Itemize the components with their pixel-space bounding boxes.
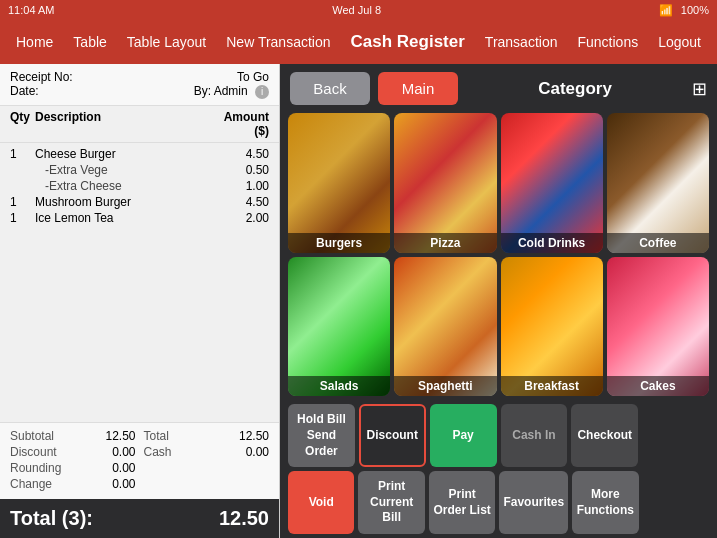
item-qty xyxy=(10,179,35,193)
category-burgers[interactable]: Burgers xyxy=(288,113,390,253)
item-amount: 4.50 xyxy=(209,195,269,209)
grand-total-label: Total (3): xyxy=(10,507,93,530)
discount-button[interactable]: Discount xyxy=(359,404,426,467)
nav-title: Cash Register xyxy=(343,32,473,52)
receipt-header: Receipt No: To Go Date: By: Admin i xyxy=(0,64,279,106)
category-cakes[interactable]: Cakes xyxy=(607,257,709,397)
more-functions-button[interactable]: More Functions xyxy=(572,471,638,534)
receipt-column-headers: Qty Description Amount ($) xyxy=(0,106,279,143)
pay-button[interactable]: Pay xyxy=(430,404,497,467)
receipt-totals: Subtotal12.50 Discount0.00 Rounding0.00 … xyxy=(0,422,279,499)
receipt-item[interactable]: 1 Mushroom Burger 4.50 xyxy=(10,195,269,209)
status-time: 11:04 AM xyxy=(8,4,54,16)
col-amt-header: Amount ($) xyxy=(209,110,269,138)
right-panel: Back Main Category ⊞ Burgers Pizza Cold … xyxy=(280,64,717,538)
item-qty: 1 xyxy=(10,195,35,209)
category-label: Salads xyxy=(288,376,390,396)
item-amount: 4.50 xyxy=(209,147,269,161)
item-desc: Mushroom Burger xyxy=(35,195,209,209)
nav-logout[interactable]: Logout xyxy=(650,30,709,54)
action-bar-bottom: VoidPrint Current BillPrint Order ListFa… xyxy=(280,469,717,538)
item-qty xyxy=(10,163,35,177)
nav-home[interactable]: Home xyxy=(8,30,61,54)
receipt-no-label: Receipt No: xyxy=(10,70,73,84)
right-top-controls: Back Main Category ⊞ xyxy=(280,64,717,113)
grand-total-value: 12.50 xyxy=(219,507,269,530)
void-button[interactable]: Void xyxy=(288,471,354,534)
item-desc: -Extra Cheese xyxy=(35,179,209,193)
nav-functions[interactable]: Functions xyxy=(569,30,646,54)
category-label: Cold Drinks xyxy=(501,233,603,253)
rounding-label: Rounding xyxy=(10,461,61,475)
favourites-button[interactable]: Favourites xyxy=(499,471,568,534)
info-icon[interactable]: i xyxy=(255,85,269,99)
category-grid: Burgers Pizza Cold Drinks Coffee Salads … xyxy=(280,113,717,400)
col-desc-header: Description xyxy=(35,110,209,138)
grand-total-section: Total (3): 12.50 xyxy=(0,499,279,538)
category-salads[interactable]: Salads xyxy=(288,257,390,397)
back-button[interactable]: Back xyxy=(290,72,370,105)
category-label: Breakfast xyxy=(501,376,603,396)
nav-table-layout[interactable]: Table Layout xyxy=(119,30,214,54)
nav-new-transaction[interactable]: New Transaction xyxy=(218,30,338,54)
cash-label: Cash xyxy=(144,445,172,459)
subtotal-label: Subtotal xyxy=(10,429,54,443)
item-amount: 1.00 xyxy=(209,179,269,193)
wifi-icon: 📶 xyxy=(659,4,673,17)
nav-transaction[interactable]: Transaction xyxy=(477,30,566,54)
category-breakfast[interactable]: Breakfast xyxy=(501,257,603,397)
rounding-value: 0.00 xyxy=(112,461,135,475)
action-bar-top: Hold BillSend OrderDiscountPayCash InChe… xyxy=(280,400,717,469)
main-button[interactable]: Main xyxy=(378,72,458,105)
change-label: Change xyxy=(10,477,52,491)
item-qty: 1 xyxy=(10,147,35,161)
category-coffee[interactable]: Coffee xyxy=(607,113,709,253)
item-amount: 2.00 xyxy=(209,211,269,225)
category-label: Cakes xyxy=(607,376,709,396)
date-label: Date: xyxy=(10,84,39,99)
print-current-bill-button[interactable]: Print Current Bill xyxy=(358,471,424,534)
by-label: By: Admin i xyxy=(194,84,269,99)
to-go-label: To Go xyxy=(237,70,269,84)
category-label: Spaghetti xyxy=(394,376,496,396)
category-label: Coffee xyxy=(607,233,709,253)
item-qty: 1 xyxy=(10,211,35,225)
item-amount: 0.50 xyxy=(209,163,269,177)
nav-table[interactable]: Table xyxy=(65,30,114,54)
print-order-list-button[interactable]: Print Order List xyxy=(429,471,495,534)
item-desc: -Extra Vege xyxy=(35,163,209,177)
total-value: 12.50 xyxy=(239,429,269,443)
discount-label: Discount xyxy=(10,445,57,459)
main-layout: Receipt No: To Go Date: By: Admin i Qty … xyxy=(0,64,717,538)
item-desc: Ice Lemon Tea xyxy=(35,211,209,225)
receipt-item[interactable]: 1 Ice Lemon Tea 2.00 xyxy=(10,211,269,225)
category-label: Pizza xyxy=(394,233,496,253)
total-label: Total xyxy=(144,429,169,443)
category-pizza[interactable]: Pizza xyxy=(394,113,496,253)
category-spaghetti[interactable]: Spaghetti xyxy=(394,257,496,397)
receipt-item[interactable]: -Extra Cheese 1.00 xyxy=(10,179,269,193)
category-cold-drinks[interactable]: Cold Drinks xyxy=(501,113,603,253)
item-desc: Cheese Burger xyxy=(35,147,209,161)
checkout-button[interactable]: Checkout xyxy=(571,404,638,467)
nav-bar: Home Table Table Layout New Transaction … xyxy=(0,20,717,64)
subtotal-value: 12.50 xyxy=(105,429,135,443)
receipt-item[interactable]: -Extra Vege 0.50 xyxy=(10,163,269,177)
discount-value: 0.00 xyxy=(112,445,135,459)
status-bar: 11:04 AM Wed Jul 8 📶 100% xyxy=(0,0,717,20)
col-qty-header: Qty xyxy=(10,110,35,138)
status-date: Wed Jul 8 xyxy=(332,4,381,16)
category-title: Category xyxy=(466,79,684,99)
hold-bill-button[interactable]: Hold BillSend Order xyxy=(288,404,355,467)
category-label: Burgers xyxy=(288,233,390,253)
receipt-items: 1 Cheese Burger 4.50 -Extra Vege 0.50 -E… xyxy=(0,143,279,422)
cash-in-button[interactable]: Cash In xyxy=(501,404,568,467)
receipt-item[interactable]: 1 Cheese Burger 4.50 xyxy=(10,147,269,161)
battery-status: 100% xyxy=(681,4,709,16)
receipt-panel: Receipt No: To Go Date: By: Admin i Qty … xyxy=(0,64,280,538)
cash-value: 0.00 xyxy=(246,445,269,459)
change-value: 0.00 xyxy=(112,477,135,491)
grid-icon[interactable]: ⊞ xyxy=(692,78,707,100)
